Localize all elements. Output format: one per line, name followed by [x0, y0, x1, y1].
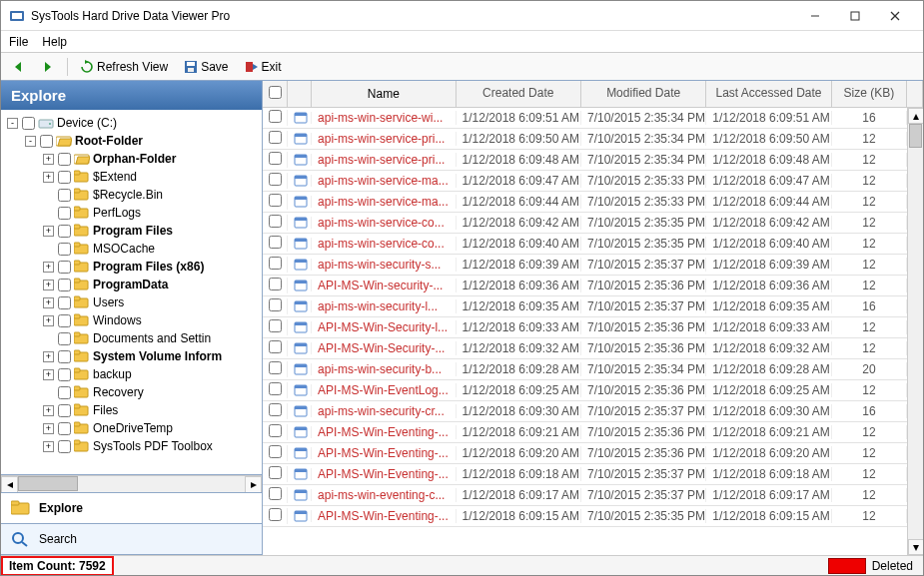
tree-checkbox[interactable]	[58, 225, 71, 238]
tree-checkbox[interactable]	[58, 189, 71, 202]
table-row[interactable]: API-MS-Win-Eventing-...1/12/2018 6:09:15…	[263, 506, 923, 527]
minimize-button[interactable]	[795, 1, 835, 31]
tree-toggle-icon[interactable]: +	[43, 262, 54, 273]
tree-checkbox[interactable]	[58, 243, 71, 256]
col-check-all[interactable]	[263, 81, 288, 107]
col-accessed[interactable]: Last Accessed Date	[706, 81, 831, 107]
col-name[interactable]: Name	[312, 81, 457, 107]
table-row[interactable]: API-MS-Win-Security-...1/12/2018 6:09:32…	[263, 338, 923, 359]
row-checkbox[interactable]	[269, 110, 282, 123]
exit-button[interactable]: Exit	[241, 58, 286, 76]
tree-checkbox[interactable]	[58, 171, 71, 184]
tree-node[interactable]: $Recycle.Bin	[3, 186, 260, 204]
tree-checkbox[interactable]	[40, 135, 53, 148]
tree-checkbox[interactable]	[58, 422, 71, 435]
table-row[interactable]: API-MS-Win-Eventing-...1/12/2018 6:09:20…	[263, 443, 923, 464]
row-checkbox[interactable]	[269, 508, 282, 521]
tree-node[interactable]: +OneDriveTemp	[3, 419, 260, 437]
tree-checkbox[interactable]	[58, 350, 71, 363]
table-row[interactable]: api-ms-win-service-co...1/12/2018 6:09:4…	[263, 213, 923, 234]
row-checkbox[interactable]	[269, 382, 282, 395]
row-checkbox[interactable]	[269, 445, 282, 458]
row-checkbox[interactable]	[269, 194, 282, 207]
tree-checkbox[interactable]	[58, 261, 71, 274]
tab-search[interactable]: Search	[1, 524, 262, 555]
tree-node[interactable]: Recovery	[3, 383, 260, 401]
scroll-down-icon[interactable]: ▾	[908, 539, 923, 555]
table-row[interactable]: API-MS-Win-security-...1/12/2018 6:09:36…	[263, 276, 923, 296]
row-checkbox[interactable]	[269, 361, 282, 374]
tree-checkbox[interactable]	[58, 296, 71, 309]
tree-node[interactable]: +System Volume Inform	[3, 347, 260, 365]
row-checkbox[interactable]	[269, 131, 282, 144]
row-checkbox[interactable]	[269, 152, 282, 165]
tree-node[interactable]: +Program Files (x86)	[3, 258, 260, 276]
row-checkbox[interactable]	[269, 340, 282, 353]
table-row[interactable]: API-MS-Win-Eventing-...1/12/2018 6:09:21…	[263, 422, 923, 443]
tree-checkbox[interactable]	[58, 153, 71, 166]
col-created[interactable]: Created Date	[457, 81, 581, 107]
table-row[interactable]: API-MS-Win-Eventing-...1/12/2018 6:09:18…	[263, 464, 923, 485]
tree-checkbox[interactable]	[58, 404, 71, 417]
check-all[interactable]	[269, 86, 282, 99]
table-row[interactable]: api-ms-win-service-pri...1/12/2018 6:09:…	[263, 150, 923, 171]
tree-node[interactable]: +Files	[3, 401, 260, 419]
tree-checkbox[interactable]	[22, 117, 35, 130]
row-checkbox[interactable]	[269, 403, 282, 416]
table-row[interactable]: api-ms-win-service-ma...1/12/2018 6:09:4…	[263, 171, 923, 192]
scroll-left-icon[interactable]: ◂	[1, 476, 18, 493]
scroll-up-icon[interactable]: ▴	[908, 108, 923, 124]
menu-help[interactable]: Help	[42, 35, 67, 49]
table-row[interactable]: api-ms-win-service-co...1/12/2018 6:09:4…	[263, 234, 923, 255]
col-size[interactable]: Size (KB)	[832, 81, 907, 107]
row-checkbox[interactable]	[269, 298, 282, 311]
tree-toggle-icon[interactable]: +	[43, 154, 54, 165]
refresh-button[interactable]: Refresh View	[76, 58, 172, 76]
tree-toggle-icon[interactable]: +	[43, 405, 54, 416]
scroll-right-icon[interactable]: ▸	[245, 476, 262, 493]
tree-toggle-icon[interactable]: +	[43, 315, 54, 326]
table-row[interactable]: API-MS-Win-EventLog...1/12/2018 6:09:25 …	[263, 380, 923, 401]
tree-checkbox[interactable]	[58, 332, 71, 345]
row-checkbox[interactable]	[269, 424, 282, 437]
tree-toggle-icon[interactable]: +	[43, 172, 54, 183]
tree-checkbox[interactable]	[58, 207, 71, 220]
tree-h-scrollbar[interactable]: ◂ ▸	[1, 475, 262, 492]
table-row[interactable]: api-ms-win-service-pri...1/12/2018 6:09:…	[263, 129, 923, 150]
tree-toggle-icon[interactable]: +	[43, 351, 54, 362]
row-checkbox[interactable]	[269, 236, 282, 249]
tree-toggle-icon[interactable]: +	[43, 226, 54, 237]
folder-tree[interactable]: -Device (C:)-Root-Folder+Orphan-Folder+$…	[1, 110, 262, 459]
close-button[interactable]	[875, 1, 915, 31]
tree-checkbox[interactable]	[58, 386, 71, 399]
tree-toggle-icon[interactable]: -	[7, 118, 18, 129]
tree-node[interactable]: Documents and Settin	[3, 329, 260, 347]
tree-checkbox[interactable]	[58, 440, 71, 453]
table-row[interactable]: api-ms-win-security-cr...1/12/2018 6:09:…	[263, 401, 923, 422]
row-checkbox[interactable]	[269, 278, 282, 290]
maximize-button[interactable]	[835, 1, 875, 31]
row-checkbox[interactable]	[269, 215, 282, 228]
row-checkbox[interactable]	[269, 173, 282, 186]
tree-node[interactable]: -Root-Folder	[3, 132, 260, 150]
tree-node[interactable]: +Orphan-Folder	[3, 150, 260, 168]
tree-node[interactable]: +backup	[3, 365, 260, 383]
tree-checkbox[interactable]	[58, 314, 71, 327]
tree-node[interactable]: +SysTools PDF Toolbox	[3, 437, 260, 455]
table-row[interactable]: api-ms-win-service-ma...1/12/2018 6:09:4…	[263, 192, 923, 213]
table-row[interactable]: api-ms-win-service-wi...1/12/2018 6:09:5…	[263, 108, 923, 129]
save-button[interactable]: Save	[180, 58, 232, 76]
tree-checkbox[interactable]	[58, 279, 71, 291]
tree-node[interactable]: -Device (C:)	[3, 114, 260, 132]
nav-forward-button[interactable]	[37, 58, 59, 76]
tree-checkbox[interactable]	[58, 368, 71, 381]
row-checkbox[interactable]	[269, 257, 282, 270]
tree-toggle-icon[interactable]: +	[43, 369, 54, 380]
tree-toggle-icon[interactable]: +	[43, 280, 54, 290]
tab-explore[interactable]: Explore	[1, 493, 262, 524]
row-checkbox[interactable]	[269, 466, 282, 479]
nav-back-button[interactable]	[7, 58, 29, 76]
tree-toggle-icon[interactable]: -	[25, 136, 36, 147]
tree-node[interactable]: PerfLogs	[3, 204, 260, 222]
grid-v-scrollbar[interactable]: ▴ ▾	[907, 108, 923, 555]
